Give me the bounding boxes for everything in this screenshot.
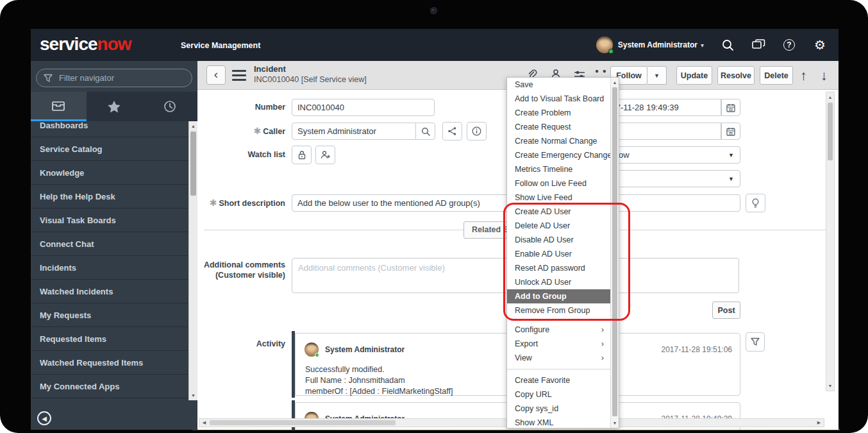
sidebar-collapse-button[interactable]: ◀ xyxy=(37,411,51,425)
connect-chat-icon[interactable] xyxy=(751,38,765,52)
presence-dot xyxy=(315,353,319,357)
gear-icon[interactable]: ⚙ xyxy=(813,38,827,52)
watch-list-add-person-button[interactable] xyxy=(315,146,335,164)
date2-calendar-button[interactable] xyxy=(721,123,740,140)
sidebar-item-visual-task-boards[interactable]: Visual Task Boards xyxy=(31,208,188,232)
tab-history[interactable] xyxy=(142,92,197,121)
context-menu-scrollbar[interactable]: ▲ ▼ xyxy=(610,78,619,428)
previous-record-arrow[interactable]: ↑ xyxy=(800,67,807,84)
menu-item-add-to-visual-task-board[interactable]: Add to Visual Task Board xyxy=(507,92,610,106)
menu-item-view[interactable]: View› xyxy=(507,351,610,365)
caller-info-button[interactable] xyxy=(467,122,487,140)
update-button[interactable]: Update xyxy=(676,66,712,85)
scroll-up-arrow[interactable]: ▲ xyxy=(189,122,197,130)
sidebar-item-incidents[interactable]: Incidents xyxy=(31,256,188,280)
caller-input[interactable] xyxy=(292,123,416,140)
activity-filter-button[interactable] xyxy=(746,332,765,352)
user-menu[interactable]: System Administrator xyxy=(618,40,697,49)
content-vertical-scrollbar[interactable]: ▲ ▼ xyxy=(826,92,835,391)
post-button[interactable]: Post xyxy=(712,301,740,319)
form-context-menu-icon[interactable] xyxy=(232,70,246,83)
menu-item-copy-sys-id[interactable]: Copy sys_id xyxy=(507,402,610,416)
tab-favorites[interactable] xyxy=(87,92,142,121)
global-search-icon[interactable] xyxy=(721,38,735,52)
menu-item-delete-ad-user[interactable]: Delete AD User xyxy=(507,219,610,233)
sidebar-item-help-the-help-desk[interactable]: Help the Help Desk xyxy=(31,185,188,208)
menu-item-save[interactable]: Save xyxy=(507,78,610,92)
user-avatar[interactable] xyxy=(596,37,613,53)
number-input[interactable] xyxy=(292,99,435,116)
caller-lookup-button[interactable] xyxy=(415,123,435,140)
menu-item-reset-ad-password[interactable]: Reset AD password xyxy=(507,261,610,275)
scroll-thumb[interactable] xyxy=(828,103,833,160)
resolve-button[interactable]: Resolve xyxy=(717,66,755,85)
sidebar-scrollbar[interactable]: ▲ ▼ xyxy=(188,121,197,400)
follow-caret-button[interactable]: ▼ xyxy=(647,66,667,85)
help-icon[interactable]: ? xyxy=(782,38,796,52)
back-button[interactable]: ‹ xyxy=(206,65,226,85)
sidebar-item-my-requests[interactable]: My Requests xyxy=(31,303,188,327)
knowledge-search-button[interactable] xyxy=(746,194,765,212)
sidebar-item-dashboards[interactable]: Dashboards xyxy=(31,121,188,137)
menu-item-create-ad-user[interactable]: Create AD User xyxy=(507,205,610,219)
scroll-up-arrow[interactable]: ▲ xyxy=(826,93,834,101)
scroll-right-arrow[interactable]: ▶ xyxy=(815,419,823,427)
menu-item-create-favorite[interactable]: Create Favorite xyxy=(507,373,610,387)
product-title: Service Management xyxy=(181,41,260,50)
scroll-up-arrow[interactable]: ▲ xyxy=(611,78,619,87)
opened-calendar-button[interactable] xyxy=(721,99,740,116)
menu-item-create-normal-change[interactable]: Create Normal Change xyxy=(507,134,610,148)
info-icon xyxy=(472,126,481,136)
menu-item-create-problem[interactable]: Create Problem xyxy=(507,106,610,120)
menu-item-label: Create Favorite xyxy=(515,376,570,385)
servicenow-logo: servicenow xyxy=(40,34,131,55)
menu-item-follow-on-live-feed[interactable]: Follow on Live Feed xyxy=(507,176,610,191)
menu-item-label: Add to Group xyxy=(515,292,567,301)
menu-item-enable-ad-user[interactable]: Enable AD User xyxy=(507,247,610,261)
filter-navigator-input[interactable] xyxy=(58,72,179,83)
chevron-down-icon[interactable]: ▾ xyxy=(701,42,704,49)
menu-item-create-emergency-change[interactable]: Create Emergency Change xyxy=(507,148,610,162)
menu-item-unlock-ad-user[interactable]: Unlock AD User xyxy=(507,275,610,289)
delete-button[interactable]: Delete xyxy=(760,66,793,85)
scroll-down-arrow[interactable]: ▼ xyxy=(189,391,197,400)
avatar xyxy=(305,343,319,357)
scroll-thumb[interactable] xyxy=(210,420,396,425)
sidebar-item-requested-items[interactable]: Requested Items xyxy=(31,327,188,351)
sidebar-item-connect-chat[interactable]: Connect Chat xyxy=(31,232,188,256)
scroll-thumb[interactable] xyxy=(612,87,617,416)
scroll-down-arrow[interactable]: ▼ xyxy=(611,419,619,427)
app-banner: servicenow Service Management System Adm… xyxy=(31,29,839,61)
scroll-down-arrow[interactable]: ▼ xyxy=(826,382,834,390)
sidebar-item-watched-requested-items[interactable]: Watched Requested Items xyxy=(31,351,188,375)
menu-item-show-xml[interactable]: Show XML xyxy=(507,416,610,428)
menu-item-create-request[interactable]: Create Request xyxy=(507,120,610,134)
menu-item-add-to-group[interactable]: Add to Group xyxy=(507,289,610,303)
menu-item-disable-ad-user[interactable]: Disable AD User xyxy=(507,233,610,247)
next-record-arrow[interactable]: ↓ xyxy=(821,67,828,84)
menu-item-show-live-feed[interactable]: Show Live Feed xyxy=(507,191,610,205)
menu-item-label: Create Emergency Change xyxy=(515,151,610,160)
filter-navigator[interactable] xyxy=(36,69,192,87)
caller-org-chart-button[interactable] xyxy=(442,122,462,140)
sidebar-item-my-connected-apps[interactable]: My Connected Apps xyxy=(31,375,188,398)
sidebar-item-watched-incidents[interactable]: Watched Incidents xyxy=(31,280,188,303)
menu-item-configure[interactable]: Configure› xyxy=(507,323,610,337)
scroll-thumb[interactable] xyxy=(190,132,196,196)
menu-item-label: Follow on Live Feed xyxy=(515,179,587,188)
menu-divider xyxy=(507,369,610,369)
logo-now: now xyxy=(97,34,131,54)
menu-item-remove-from-group[interactable]: Remove From Group xyxy=(507,303,610,318)
tab-all-applications[interactable] xyxy=(31,92,87,121)
record-type-title: Incident xyxy=(254,64,286,74)
banner-right-cluster: System Administrator ▾ ? ⚙ xyxy=(596,29,827,61)
menu-gap xyxy=(507,318,610,323)
sidebar-item-service-catalog[interactable]: Service Catalog xyxy=(31,137,188,161)
menu-item-metrics-timeline[interactable]: Metrics Timeline xyxy=(507,162,610,176)
watch-list-lock-button[interactable] xyxy=(292,146,312,164)
menu-item-label: Copy sys_id xyxy=(515,404,558,413)
menu-item-copy-url[interactable]: Copy URL xyxy=(507,387,610,402)
sidebar-item-knowledge[interactable]: Knowledge xyxy=(31,161,188,185)
scroll-left-arrow[interactable]: ◀ xyxy=(200,419,208,427)
menu-item-export[interactable]: Export› xyxy=(507,337,610,351)
